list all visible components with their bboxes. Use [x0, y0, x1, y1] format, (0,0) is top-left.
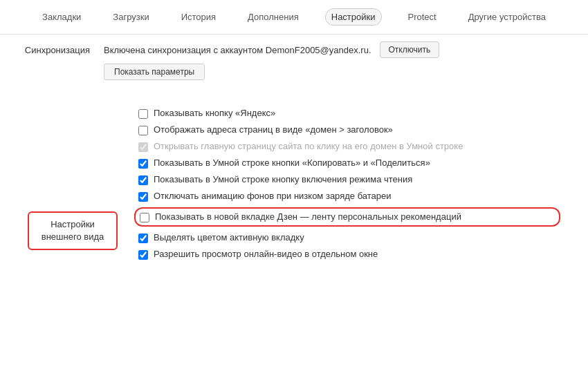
nav-protect[interactable]: Protect	[403, 9, 442, 25]
settings-item-0: Показывать кнопку «Яндекс»	[138, 108, 560, 119]
settings-list-col: Показывать кнопку «Яндекс»Отображать адр…	[138, 108, 560, 260]
settings-label-4: Показывать в Умной строке кнопку включен…	[154, 174, 412, 184]
settings-label-7: Выделять цветом активную вкладку	[154, 232, 304, 243]
settings-label-3: Показывать в Умной строке кнопки «Копиро…	[154, 158, 430, 168]
settings-checkbox-4[interactable]	[138, 175, 148, 185]
appearance-section-label: Настройки внешнего вида	[28, 211, 118, 250]
nav-settings[interactable]: Настройки	[325, 8, 382, 26]
appearance-label-col: Настройки внешнего вида	[28, 108, 118, 260]
settings-label-5: Отключать анимацию фонов при низком заря…	[154, 191, 392, 201]
settings-list: Показывать кнопку «Яндекс»Отображать адр…	[138, 108, 560, 260]
nav-addons[interactable]: Дополнения	[242, 9, 304, 25]
settings-label-0: Показывать кнопку «Яндекс»	[154, 108, 275, 118]
settings-checkbox-5[interactable]	[138, 192, 148, 202]
settings-item-8: Разрешить просмотр онлайн-видео в отдель…	[138, 249, 560, 260]
sync-section: Синхронизация Включена синхронизация с а…	[0, 35, 588, 80]
sync-status-text: Включена синхронизация с аккаунтом Demon…	[104, 45, 371, 55]
nav-downloads[interactable]: Загрузки	[107, 9, 154, 25]
disconnect-button[interactable]: Отключить	[380, 41, 440, 58]
top-navigation: Закладки Загрузки История Дополнения Нас…	[0, 0, 588, 35]
settings-item-7: Выделять цветом активную вкладку	[138, 232, 560, 243]
nav-other-devices[interactable]: Другие устройства	[463, 9, 551, 25]
settings-item-6: Показывать в новой вкладке Дзен — ленту …	[134, 207, 560, 227]
settings-checkbox-0[interactable]	[138, 109, 148, 119]
settings-checkbox-1[interactable]	[138, 126, 148, 135]
settings-item-2: Открывать главную страницу сайта по клик…	[138, 141, 560, 152]
settings-item-5: Отключать анимацию фонов при низком заря…	[138, 191, 560, 202]
settings-label-1: Отображать адреса страниц в виде «домен …	[154, 124, 393, 135]
sync-right: Включена синхронизация с аккаунтом Demon…	[104, 41, 588, 80]
settings-checkbox-7[interactable]	[138, 234, 148, 243]
settings-label-2: Открывать главную страницу сайта по клик…	[154, 141, 463, 151]
settings-checkbox-6[interactable]	[140, 213, 149, 222]
settings-item-4: Показывать в Умной строке кнопку включен…	[138, 174, 560, 185]
settings-item-1: Отображать адреса страниц в виде «домен …	[138, 124, 560, 135]
settings-checkbox-8[interactable]	[138, 250, 148, 260]
settings-checkbox-3[interactable]	[138, 159, 148, 169]
show-params-button[interactable]: Показать параметры	[104, 64, 205, 80]
nav-bookmarks[interactable]: Закладки	[37, 9, 86, 25]
nav-history[interactable]: История	[176, 9, 221, 25]
settings-label-6: Показывать в новой вкладке Дзен — ленту …	[155, 211, 461, 222]
appearance-section: Настройки внешнего вида Показывать кнопк…	[0, 94, 588, 274]
settings-label-8: Разрешить просмотр онлайн-видео в отдель…	[154, 249, 378, 259]
settings-checkbox-2[interactable]	[138, 142, 148, 152]
settings-item-3: Показывать в Умной строке кнопки «Копиро…	[138, 158, 560, 169]
sync-label: Синхронизация	[0, 41, 90, 55]
